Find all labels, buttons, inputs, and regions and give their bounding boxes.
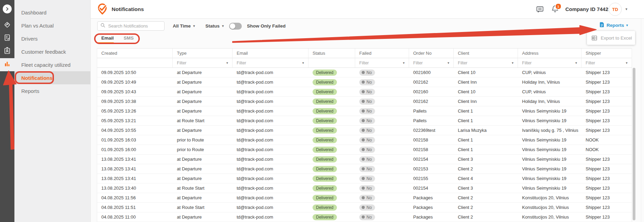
table-row[interactable]: 13.08.2025 13:41 at Departure td@track-p… (97, 155, 632, 164)
rail-item-orders[interactable] (0, 32, 14, 45)
cell-created: 13.08.2025 13:41 (97, 157, 173, 162)
caret-down-icon: ▾ (448, 61, 449, 65)
table-row[interactable]: 05.09.2025 13:26 at Departure td@track-p… (97, 106, 632, 116)
cell-created: 05.09.2025 13:21 (97, 118, 173, 123)
table-row[interactable]: 13.08.2025 13:41 at Departure td@track-p… (97, 174, 632, 183)
window-edge-divider (641, 18, 641, 222)
sidebar-item-customer-feedback[interactable]: Customer feedback (14, 45, 90, 58)
table-row[interactable]: 13.08.2025 13:41 at Departure td@track-p… (97, 164, 632, 174)
table-row[interactable]: 09.09.2025 10:49 at Departure td@track-p… (97, 77, 632, 87)
cell-type: at Departure (173, 195, 233, 200)
column-header: Client (454, 49, 518, 58)
cell-email: td@track-pod.com (233, 166, 308, 171)
search-icon (100, 23, 105, 29)
tab-sms[interactable]: SMS (124, 34, 134, 42)
cell-email: td@track-pod.com (233, 147, 308, 152)
cell-status: Delivered (308, 89, 355, 95)
vertical-scrollbar[interactable] (633, 68, 635, 220)
cell-email: td@track-pod.com (233, 70, 308, 75)
failed-badge: No (359, 137, 375, 143)
column-filter[interactable]: Filter ▾ (173, 58, 233, 67)
cell-failed: No (355, 70, 409, 76)
column-header: Status (308, 49, 355, 58)
column-filter[interactable]: Filter ▾ (518, 58, 581, 67)
account-caret-down-icon[interactable]: ▾ (625, 7, 628, 11)
export-to-excel-item[interactable]: Export to Excel (601, 35, 632, 41)
sidebar-item-plan-vs-actual[interactable]: Plan vs Actual (14, 19, 90, 32)
table-row[interactable]: 09.09.2025 10:43 at Departure td@track-p… (97, 87, 632, 97)
sidebar-item-fleet-capacity-utilized[interactable]: Fleet capacity utilized (14, 58, 90, 71)
main-content: Notifications 1 Company ID 7442 TD ▾ (90, 0, 644, 222)
column-filter[interactable]: Filter ▾ (409, 58, 454, 67)
tab-email[interactable]: Email (101, 34, 114, 42)
status-badge: Delivered (313, 204, 337, 211)
notifications-table: Created Type Email Status Failed Order N… (97, 48, 632, 222)
column-filter[interactable]: Filter ▾ (233, 58, 308, 67)
cell-order-no: Packages (409, 214, 454, 220)
cell-created: 13.08.2025 13:41 (97, 166, 173, 171)
notification-count-badge: 1 (555, 3, 562, 10)
sidebar-item-notifications[interactable]: Notifications (14, 71, 90, 84)
table-row[interactable]: 04.08.2025 11:56 at Departure td@track-p… (97, 193, 632, 203)
table-row[interactable]: 13.08.2025 13:40 at Route Start td@track… (97, 183, 632, 193)
column-filter[interactable]: Filter ▾ (581, 58, 632, 67)
status-badge: Delivered (313, 176, 337, 182)
cell-order-no: Packages (409, 195, 454, 200)
cell-failed: No (355, 89, 409, 95)
sidebar-item-label: Drivers (21, 36, 38, 42)
dot-icon (362, 148, 365, 151)
column-filter[interactable]: Filter ▾ (355, 58, 409, 67)
sidebar-item-dashboard[interactable]: Dashboard (14, 6, 90, 19)
table-row[interactable]: 01.09.2025 16:00 prior to Route td@track… (97, 145, 632, 155)
failed-badge: No (359, 127, 375, 134)
rail-item-drivers[interactable] (0, 45, 14, 58)
caret-down-icon: ▾ (626, 23, 628, 27)
dot-icon (362, 119, 365, 122)
sidebar-item-reports[interactable]: Reports (14, 84, 90, 97)
table-row[interactable]: 04.08.2025 11:00 at Departure td@track-p… (97, 212, 632, 222)
table-row[interactable]: 09.09.2025 10:38 at Departure td@track-p… (97, 97, 632, 106)
status-badge: Delivered (313, 118, 337, 124)
failed-badge: No (359, 195, 375, 201)
dot-icon (362, 196, 365, 199)
column-filter[interactable]: Filter ▾ (454, 58, 518, 67)
cell-order-no: Packages (409, 205, 454, 210)
column-header: Email (233, 49, 308, 58)
table-row[interactable]: 09.09.2025 10:50 at Departure td@track-p… (97, 68, 632, 77)
dot-icon (362, 81, 365, 84)
failed-badge: No (359, 108, 375, 114)
rail-item-routes[interactable] (0, 19, 14, 32)
cell-email: td@track-pod.com (233, 118, 308, 123)
sidebar-expand-button[interactable] (0, 2, 14, 15)
user-avatar[interactable]: TD (609, 3, 622, 16)
cell-address: Vilnius Seimyniskiu 19 (518, 166, 581, 171)
failed-badge: No (359, 118, 375, 124)
cell-shipper: Shipper 123 (581, 80, 632, 85)
cell-client: Client 4 (454, 176, 518, 181)
cell-client: Client Inn (454, 99, 518, 104)
failed-badge: No (359, 204, 375, 211)
notifications-bell-button[interactable]: 1 (551, 5, 560, 14)
search-input[interactable] (108, 23, 161, 29)
cell-shipper: NOOK (581, 137, 632, 142)
rail-item-analytics-active[interactable] (0, 58, 14, 71)
failed-badge: No (359, 79, 375, 85)
chat-button[interactable] (536, 5, 544, 13)
time-filter-dropdown[interactable]: All Time▾ (173, 21, 195, 31)
table-row[interactable]: 01.09.2025 16:03 prior to Route td@track… (97, 135, 632, 145)
status-filter-dropdown[interactable]: Status▾ (205, 21, 224, 31)
cell-failed: No (355, 147, 409, 153)
show-only-failed-toggle[interactable] (229, 23, 242, 30)
table-header-row: Created Type Email Status Failed Order N… (97, 48, 632, 58)
table-row[interactable]: 04.09.2025 10:55 at Departure td@track-p… (97, 126, 632, 135)
failed-badge: No (359, 166, 375, 172)
dot-icon (362, 90, 365, 93)
sidebar-item-drivers[interactable]: Drivers (14, 32, 90, 45)
cell-failed: No (355, 156, 409, 162)
table-row[interactable]: 05.09.2025 13:21 at Route Start td@track… (97, 116, 632, 126)
cell-status: Delivered (308, 147, 355, 153)
reports-menu-button[interactable]: Reports ▾ (599, 21, 628, 30)
cell-status: Delivered (308, 108, 355, 114)
table-row[interactable]: 04.08.2025 11:51 at Route Start td@track… (97, 203, 632, 212)
failed-badge: No (359, 89, 375, 95)
